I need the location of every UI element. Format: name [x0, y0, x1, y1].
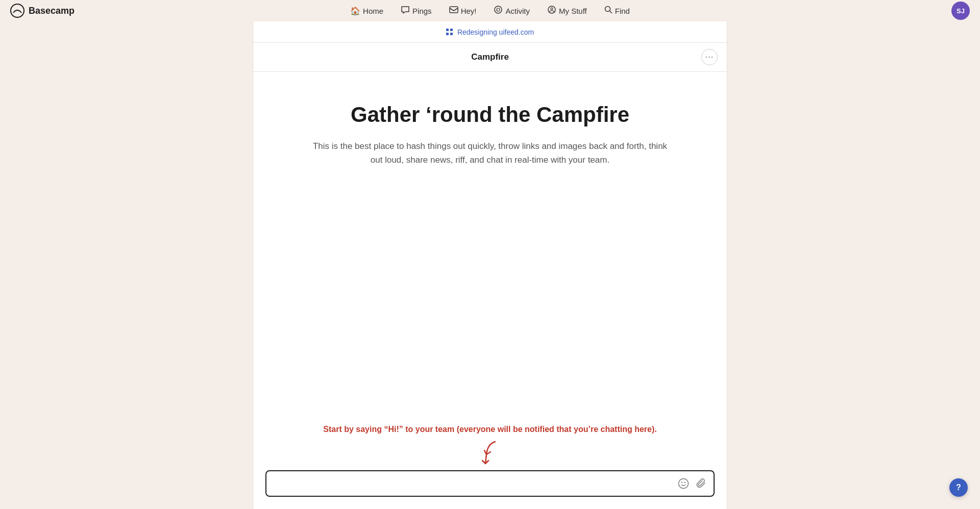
content-panel: Redesigning uifeed.com Campfire ··· Gath…: [253, 21, 727, 509]
svg-point-4: [551, 8, 553, 10]
attachment-icon: [696, 478, 706, 489]
svg-point-7: [681, 482, 682, 483]
chat-input-wrapper: [265, 470, 715, 497]
nav-label-activity: Activity: [505, 7, 530, 15]
project-link[interactable]: Redesigning uifeed.com: [446, 28, 534, 36]
campfire-hero-description: This is the best place to hash things ou…: [311, 139, 669, 167]
attachment-button[interactable]: [695, 477, 707, 490]
nav-center-items: 🏠 Home Pings Hey!: [343, 3, 637, 19]
nav-label-my-stuff: My Stuff: [559, 7, 587, 15]
nav-label-home: Home: [363, 7, 383, 15]
hey-icon: [449, 6, 458, 16]
nav-item-pings[interactable]: Pings: [394, 3, 439, 19]
nav-label-hey: Hey!: [461, 7, 477, 15]
nav-label-find: Find: [615, 7, 630, 15]
campfire-header: Campfire ···: [253, 43, 727, 72]
svg-point-8: [684, 482, 685, 483]
project-bar: Redesigning uifeed.com: [253, 21, 727, 43]
user-avatar[interactable]: SJ: [951, 2, 970, 20]
logo-text: Basecamp: [29, 6, 75, 16]
svg-rect-1: [450, 7, 458, 13]
find-icon: [604, 6, 612, 16]
logo[interactable]: Basecamp: [10, 4, 75, 18]
nav-item-hey[interactable]: Hey!: [442, 3, 484, 19]
nav-item-home[interactable]: 🏠 Home: [343, 3, 390, 19]
arrow-icon: [477, 439, 503, 467]
nav-item-find[interactable]: Find: [597, 3, 637, 19]
campfire-hero-title: Gather ‘round the Campfire: [351, 103, 629, 127]
nav-item-my-stuff[interactable]: My Stuff: [540, 3, 594, 19]
ellipsis-icon: ···: [705, 53, 714, 62]
svg-point-2: [495, 6, 502, 13]
chat-input-icons: [677, 477, 707, 490]
svg-point-6: [679, 479, 689, 489]
emoji-icon: [678, 478, 689, 489]
nav-label-pings: Pings: [412, 7, 432, 15]
help-button[interactable]: ?: [949, 478, 968, 497]
basecamp-logo-icon: [10, 4, 24, 18]
activity-icon: [494, 6, 503, 16]
chat-content-area: Gather ‘round the Campfire This is the b…: [253, 72, 727, 425]
arrow-container: [477, 439, 503, 467]
chat-input[interactable]: [273, 472, 677, 495]
help-icon: ?: [956, 483, 961, 492]
campfire-menu-button[interactable]: ···: [701, 49, 718, 65]
cta-text: Start by saying “Hi!” to your team (ever…: [323, 425, 656, 434]
home-icon: 🏠: [350, 6, 360, 16]
avatar-initials: SJ: [957, 7, 965, 15]
chat-bottom-area: Start by saying “Hi!” to your team (ever…: [253, 425, 727, 509]
top-navigation: Basecamp 🏠 Home Pings Hey!: [0, 0, 980, 21]
main-wrapper: Redesigning uifeed.com Campfire ··· Gath…: [0, 21, 980, 509]
nav-item-activity[interactable]: Activity: [486, 3, 537, 19]
emoji-button[interactable]: [677, 477, 690, 490]
my-stuff-icon: [547, 6, 556, 16]
pings-icon: [401, 6, 410, 16]
campfire-title: Campfire: [471, 52, 509, 62]
project-grid-icon: [446, 29, 453, 36]
project-link-text: Redesigning uifeed.com: [457, 28, 534, 36]
